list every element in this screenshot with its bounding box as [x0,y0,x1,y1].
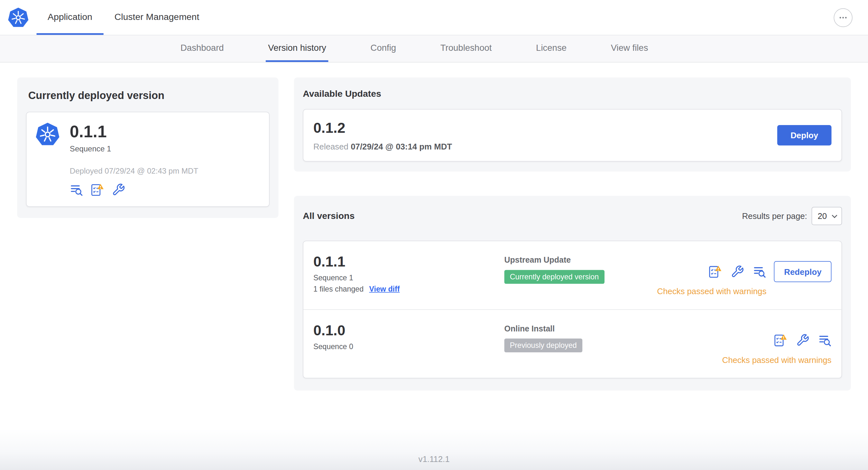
tab-troubleshoot[interactable]: Troubleshoot [438,35,494,62]
preflight-checks-icon[interactable] [709,265,722,278]
version-source: Online Install [504,324,722,333]
wrench-icon[interactable] [796,334,809,347]
results-per-page: Results per page: 20 [742,207,842,225]
files-changed-line: 1 files changed View diff [313,285,504,293]
tab-view-files[interactable]: View files [609,35,651,62]
main-content: Currently deployed version [0,62,868,429]
version-checks: Checks passed with warnings [657,261,766,296]
available-updates-card: Available Updates 0.1.2 Released 07/29/2… [294,77,851,172]
kubernetes-logo [8,7,29,28]
results-per-page-label: Results per page: [742,211,807,221]
version-source: Upstream Update [504,256,657,265]
right-column: Available Updates 0.1.2 Released 07/29/2… [294,77,851,391]
update-info: 0.1.2 Released 07/29/24 @ 03:14 pm MDT [313,120,452,151]
deployed-sequence: Sequence 1 [70,144,198,153]
deployed-version-card: 0.1.1 Sequence 1 Deployed 07/29/24 @ 02:… [26,112,270,207]
header-right [834,0,868,35]
diff-icon[interactable] [753,265,766,278]
checks-status-text: Checks passed with warnings [657,287,766,296]
tab-version-history[interactable]: Version history [266,35,328,62]
app-subnav: Dashboard Version history Config Trouble… [0,35,868,62]
version-row-left: 0.1.1 Sequence 1 1 files changed View di… [313,253,504,296]
versions-list: 0.1.1 Sequence 1 1 files changed View di… [303,241,842,378]
version-sequence: Sequence 0 [313,342,504,351]
more-menu-button[interactable] [834,8,852,27]
deployed-version-number: 0.1.1 [70,122,198,140]
deployment-status-badge: Currently deployed version [504,270,604,284]
version-row-right: Checks passed with warnings Redeploy [657,261,831,296]
preflight-checks-icon[interactable] [91,183,104,196]
kubernetes-logo [35,122,60,146]
deployed-meta: 0.1.1 Sequence 1 Deployed 07/29/24 @ 02:… [70,122,198,196]
header-tab-application[interactable]: Application [37,0,103,35]
wrench-icon[interactable] [112,183,125,196]
admin-console: Application Cluster Management Dashboard… [0,0,868,470]
version-checks: Checks passed with warnings [722,330,831,365]
all-versions-header: All versions Results per page: 20 [303,207,842,225]
currently-deployed-title: Currently deployed version [28,90,267,102]
update-version-number: 0.1.2 [313,120,452,137]
version-sequence: Sequence 1 [313,274,504,282]
view-diff-link[interactable]: View diff [369,285,400,293]
available-updates-title: Available Updates [303,89,842,99]
header-tab-cluster-management[interactable]: Cluster Management [103,0,210,35]
version-row-right: Checks passed with warnings [722,330,831,365]
version-row-middle: Upstream Update Currently deployed versi… [504,256,657,296]
version-icon-row [774,330,832,351]
preflight-checks-icon[interactable] [774,334,787,347]
redeploy-button[interactable]: Redeploy [774,261,831,282]
deployed-icon-row [70,183,198,196]
version-row-left: 0.1.0 Sequence 0 [313,322,504,364]
version-row: 0.1.0 Sequence 0 Online Install Previous… [303,309,842,378]
tab-config[interactable]: Config [368,35,398,62]
version-number: 0.1.1 [313,253,504,270]
tab-dashboard[interactable]: Dashboard [178,35,226,62]
header-tab-label: Application [48,11,92,22]
app-logo [5,0,36,35]
results-per-page-dropdown[interactable]: 20 [812,207,842,225]
deployment-status-badge: Previously deployed [504,338,582,352]
header-tab-label: Cluster Management [115,11,199,22]
console-version: v1.112.1 [418,454,450,464]
version-row: 0.1.1 Sequence 1 1 files changed View di… [303,241,842,309]
top-header: Application Cluster Management [0,0,868,35]
released-date: 07/29/24 @ 03:14 pm MDT [351,141,452,151]
update-released-line: Released 07/29/24 @ 03:14 pm MDT [313,141,452,151]
app-footer: v1.112.1 [0,429,868,470]
version-number: 0.1.0 [313,322,504,339]
results-per-page-select: 20 [812,207,842,225]
ellipsis-icon [837,12,848,23]
all-versions-title: All versions [303,211,354,222]
released-prefix: Released [313,141,348,151]
update-row: 0.1.2 Released 07/29/24 @ 03:14 pm MDT D… [303,109,842,161]
diff-icon[interactable] [818,334,831,347]
deployed-timestamp: Deployed 07/29/24 @ 02:43 pm MDT [70,167,198,175]
diff-icon[interactable] [70,183,83,196]
deploy-button[interactable]: Deploy [777,125,832,146]
currently-deployed-card: Currently deployed version [17,77,278,218]
checks-status-text: Checks passed with warnings [722,355,831,365]
tab-license[interactable]: License [534,35,569,62]
version-row-middle: Online Install Previously deployed [504,324,722,365]
all-versions-card: All versions Results per page: 20 [294,196,851,391]
wrench-icon[interactable] [731,265,744,278]
files-changed-count: 1 files changed [313,285,364,293]
version-icon-row [709,261,766,282]
